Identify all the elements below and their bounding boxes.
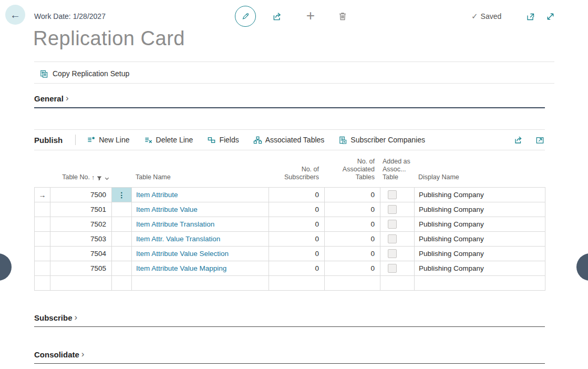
save-status: ✓ Saved — [471, 12, 501, 21]
fields-button[interactable]: Fields — [207, 136, 239, 145]
display-name-cell[interactable]: Publishing Company — [415, 232, 545, 246]
back-arrow-icon: ← — [10, 9, 20, 21]
column-header-no-of-subscribers[interactable]: No. of Subscribers — [269, 166, 324, 185]
new-record-button[interactable]: + — [303, 7, 318, 25]
display-name-cell[interactable]: Publishing Company — [415, 202, 545, 217]
work-date-label: Work Date: 1/28/2027 — [34, 12, 106, 20]
associated-tables-cell[interactable]: 0 — [325, 217, 380, 231]
new-line-icon — [87, 136, 96, 145]
chevron-right-icon: › — [81, 350, 85, 358]
next-record-button[interactable] — [576, 253, 588, 281]
table-row: → 7500 ⋮ Item Attribute 0 0 Publishing C… — [35, 188, 545, 202]
table-no-cell[interactable]: 7503 — [50, 232, 112, 246]
associated-tables-cell[interactable]: 0 — [325, 188, 380, 202]
table-name-link[interactable]: Item Attribute Value Mapping — [136, 264, 226, 272]
subscribers-cell[interactable]: 0 — [269, 217, 325, 231]
subscribers-cell[interactable]: 0 — [269, 261, 325, 275]
added-as-assoc-checkbox[interactable] — [388, 234, 397, 243]
table-no-cell[interactable] — [50, 276, 112, 290]
new-line-button[interactable]: New Line — [87, 136, 129, 145]
section-general-label: General — [34, 94, 64, 103]
table-name-link[interactable]: Item Attribute Value Selection — [136, 250, 229, 258]
table-name-link[interactable]: Item Attribute — [136, 191, 178, 199]
subscriber-companies-label: Subscriber Companies — [350, 136, 425, 144]
associated-tables-cell[interactable]: 0 — [325, 247, 380, 261]
subscribers-cell[interactable]: 0 — [269, 188, 325, 202]
added-as-assoc-checkbox[interactable] — [388, 249, 397, 258]
section-consolidate[interactable]: Consolidate › — [34, 350, 545, 364]
table-no-header-label: Table No. — [62, 173, 90, 181]
associated-tables-cell[interactable]: 0 — [325, 232, 380, 246]
associated-tables-button[interactable]: Associated Tables — [253, 136, 325, 145]
table-no-cell[interactable]: 7500 — [50, 188, 112, 202]
fields-label: Fields — [219, 136, 239, 144]
table-no-cell[interactable]: 7504 — [50, 247, 112, 261]
display-name-cell[interactable]: Publishing Company — [415, 188, 545, 202]
row-options-button[interactable]: ⋮ — [112, 188, 132, 202]
row-options-button[interactable] — [112, 202, 132, 217]
subscribers-cell[interactable]: 0 — [269, 247, 325, 261]
section-publish-label: Publish — [34, 136, 63, 145]
sort-ascending-icon: ↑ — [91, 174, 95, 181]
popout-window-icon — [525, 12, 536, 22]
section-general[interactable]: General › — [34, 94, 545, 108]
share-part-button[interactable] — [513, 135, 524, 145]
publish-table: → 7500 ⋮ Item Attribute 0 0 Publishing C… — [34, 187, 545, 291]
divider — [34, 83, 554, 84]
column-header-display-name[interactable]: Display Name — [414, 173, 545, 185]
resize-arrows-icon — [545, 11, 556, 22]
edit-button[interactable] — [235, 6, 256, 27]
subscribers-cell[interactable]: 0 — [269, 202, 325, 217]
column-header-table-name[interactable]: Table Name — [131, 173, 269, 185]
copy-replication-setup-label: Copy Replication Setup — [53, 69, 129, 78]
table-no-cell[interactable]: 7505 — [50, 261, 112, 275]
display-name-cell[interactable]: Publishing Company — [415, 247, 545, 261]
table-name-link[interactable]: Item Attr. Value Translation — [136, 235, 220, 243]
added-as-assoc-checkbox[interactable] — [388, 190, 397, 199]
added-as-assoc-checkbox[interactable] — [388, 220, 397, 229]
saved-label: Saved — [481, 12, 502, 20]
row-options-button[interactable] — [112, 232, 132, 246]
table-no-cell[interactable]: 7501 — [50, 202, 112, 217]
row-options-button[interactable] — [112, 217, 132, 231]
open-in-new-window-button[interactable] — [525, 11, 537, 23]
section-subscribe-label: Subscribe — [34, 313, 73, 322]
associated-tables-cell[interactable]: 0 — [325, 261, 380, 275]
column-header-table-no[interactable]: Table No. ↑ — [34, 173, 111, 185]
previous-record-button[interactable] — [0, 253, 12, 281]
replication-card-page: ← Work Date: 1/28/2027 + ✓ Saved Replica… — [0, 0, 588, 369]
column-header-no-of-associated-tables[interactable]: No. of Associated Tables — [324, 158, 380, 185]
table-header-row: Table No. ↑ Table Name No. of Subscriber… — [34, 150, 545, 185]
active-row-indicator: → — [35, 188, 50, 202]
section-consolidate-label: Consolidate — [34, 350, 79, 359]
subscribers-cell[interactable]: 0 — [269, 232, 325, 246]
chevron-right-icon: › — [75, 313, 78, 322]
toolbar-separator — [75, 135, 76, 145]
open-part-button[interactable] — [535, 135, 545, 145]
table-row: 7505 Item Attribute Value Mapping 0 0 Pu… — [35, 261, 545, 276]
maximize-button[interactable] — [544, 11, 556, 23]
display-name-cell[interactable]: Publishing Company — [415, 217, 545, 231]
chevron-right-icon: › — [66, 94, 69, 102]
added-as-assoc-checkbox[interactable] — [388, 264, 397, 273]
table-row: 7502 Item Attribute Translation 0 0 Publ… — [35, 217, 545, 232]
table-name-link[interactable]: Item Attribute Value — [136, 206, 198, 213]
table-row: 7503 Item Attr. Value Translation 0 0 Pu… — [35, 232, 545, 247]
copy-replication-setup-button[interactable]: Copy Replication Setup — [39, 67, 129, 80]
delete-line-button[interactable]: Delete Line — [144, 136, 193, 145]
share-button[interactable] — [271, 10, 284, 23]
table-no-cell[interactable]: 7502 — [50, 217, 112, 231]
back-button[interactable]: ← — [5, 5, 25, 25]
subscriber-companies-button[interactable]: Subscriber Companies — [338, 136, 425, 145]
associated-tables-cell[interactable]: 0 — [325, 202, 380, 217]
added-as-assoc-checkbox[interactable] — [388, 205, 397, 214]
delete-record-button[interactable] — [336, 10, 349, 23]
org-chart-icon — [253, 136, 262, 145]
display-name-cell[interactable]: Publishing Company — [415, 261, 545, 275]
row-options-button[interactable] — [112, 247, 132, 261]
table-name-link[interactable]: Item Attribute Translation — [136, 220, 214, 228]
row-options-button[interactable] — [112, 261, 132, 275]
column-header-added-as-assoc-table[interactable]: Added as Assoc... Table — [380, 158, 414, 185]
section-subscribe[interactable]: Subscribe › — [34, 313, 545, 327]
delete-line-label: Delete Line — [156, 136, 193, 144]
